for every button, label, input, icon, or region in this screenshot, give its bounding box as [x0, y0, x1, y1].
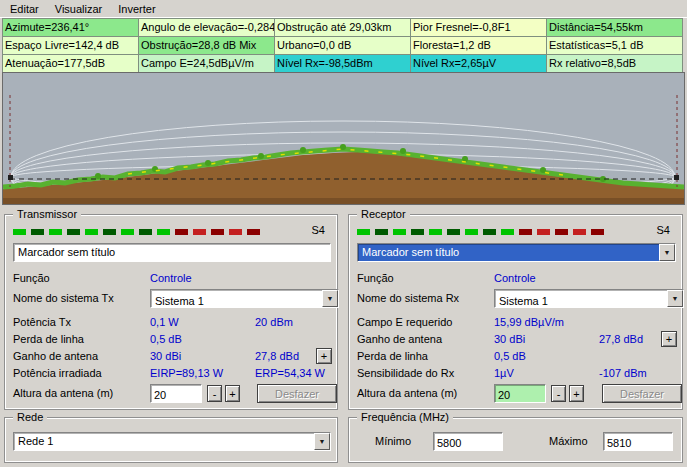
tx-meter-s-unit: S4	[312, 224, 325, 236]
meter-segment	[429, 229, 442, 235]
terrain-shadow	[3, 198, 684, 204]
meter-segment	[211, 229, 224, 235]
stat-nivel-rx-uv: Nível Rx=2,65µV	[411, 55, 547, 73]
receiver-group: Receptor S4 Marcador sem título ▼ Função…	[348, 214, 683, 410]
link-stats-table: Azimute=236,41° Angulo de elevação=-0,28…	[2, 18, 683, 73]
meter-segment	[357, 229, 370, 235]
rx-sistema-value[interactable]: Sistema 1	[494, 289, 684, 308]
rx-ganho-label: Ganho de antena	[357, 330, 442, 348]
tx-antenna-height-input[interactable]	[150, 384, 202, 403]
rx-sistema-combobox[interactable]: Sistema 1 ▼	[494, 289, 684, 308]
meter-segment	[537, 229, 550, 235]
rx-marker-combobox[interactable]: Marcador sem título ▼	[357, 243, 676, 262]
rx-marker-value[interactable]: Marcador sem título	[357, 243, 676, 262]
meter-segment	[193, 229, 206, 235]
meter-segment	[175, 229, 188, 235]
frequency-max-input[interactable]	[603, 432, 673, 451]
rx-perda-label: Perda de linha	[357, 347, 428, 365]
meter-segment	[31, 229, 44, 235]
tx-ganho-dbi: 30 dBi	[150, 347, 181, 365]
tx-undo-button[interactable]: Desfazer	[257, 384, 337, 403]
rx-sens-uv: 1µV	[494, 364, 514, 382]
tx-funcao-label: Função	[13, 269, 50, 287]
stat-espaco-livre: Espaço Livre=142,4 dB	[3, 37, 139, 55]
network-group: Rede Rede 1 ▼	[4, 417, 338, 463]
tx-funcao-value: Controle	[150, 269, 192, 287]
transmitter-group: Transmissor S4 Marcador sem título Funçã…	[4, 214, 338, 410]
meter-segment	[85, 229, 98, 235]
network-combobox[interactable]: Rede 1 ▼	[13, 432, 331, 451]
tx-ganho-plus-button[interactable]: +	[316, 348, 332, 364]
stat-obstrucao-ate: Obstrução até 29,03km	[275, 19, 411, 37]
tx-height-decrement-button[interactable]: -	[207, 385, 222, 402]
stat-floresta: Floresta=1,2 dB	[411, 37, 547, 55]
stat-angulo-elevacao: Angulo de elevação=-0,284°	[139, 19, 275, 37]
menu-editar[interactable]: Editar	[2, 1, 47, 17]
menu-inverter[interactable]: Inverter	[110, 1, 163, 17]
rx-campo-value: 15,99 dBµV/m	[494, 313, 564, 331]
tx-potencia-dbm: 20 dBm	[255, 313, 293, 331]
rx-height-increment-button[interactable]: +	[569, 385, 584, 402]
tx-ganho-dbd: 27,8 dBd	[255, 347, 299, 365]
rx-height-decrement-button[interactable]: -	[551, 385, 566, 402]
transmitter-group-title: Transmissor	[13, 207, 81, 221]
chevron-down-icon[interactable]: ▼	[667, 290, 683, 307]
stat-estatisticas: Estatísticas=5,1 dB	[547, 37, 683, 55]
stat-nivel-rx-dbm: Nível Rx=-98,5dBm	[275, 55, 411, 73]
meter-segment	[229, 229, 242, 235]
network-value[interactable]: Rede 1	[13, 432, 331, 451]
rx-undo-button[interactable]: Desfazer	[602, 384, 682, 403]
menu-visualizar[interactable]: Visualizar	[47, 1, 111, 17]
meter-segment	[121, 229, 134, 235]
meter-segment	[555, 229, 568, 235]
chevron-down-icon[interactable]: ▼	[314, 433, 330, 450]
rx-ganho-plus-button[interactable]: +	[661, 331, 677, 347]
tx-antenna-marker	[8, 175, 13, 180]
frequency-group-title: Frequência (MHz)	[357, 410, 453, 424]
tx-irradiada-erp: ERP=54,34 W	[255, 364, 325, 382]
tx-sistema-combobox[interactable]: Sistema 1 ▼	[150, 289, 339, 308]
meter-segment	[483, 229, 496, 235]
stat-atenuacao: Atenuação=177,5dB	[3, 55, 139, 73]
tx-potencia-watts: 0,1 W	[150, 313, 179, 331]
stat-obstrucao: Obstrução=28,8 dB Mix	[139, 37, 275, 55]
radio-link-window: { "menu": { "items": ["Editar", "Visuali…	[0, 0, 687, 467]
tx-irradiada-eirp: EIRP=89,13 W	[150, 364, 223, 382]
menu-bar: Editar Visualizar Inverter	[0, 0, 687, 18]
tx-height-increment-button[interactable]: +	[225, 385, 240, 402]
meter-segment	[49, 229, 62, 235]
rx-antenna-height-input[interactable]	[494, 384, 546, 403]
meter-segment	[103, 229, 116, 235]
stat-rx-relativo: Rx relativo=8,5dB	[547, 55, 683, 73]
rx-signal-meter: S4	[357, 227, 674, 237]
rx-funcao-label: Função	[357, 269, 394, 287]
tx-sistema-label: Nome do sistema Tx	[13, 289, 114, 307]
tx-perda-label: Perda de linha	[13, 330, 84, 348]
rx-altura-label: Altura da antena (m)	[357, 384, 457, 402]
receiver-group-title: Receptor	[357, 207, 410, 221]
meter-segment	[591, 229, 604, 235]
tx-marker-value[interactable]: Marcador sem título	[13, 243, 331, 262]
rx-funcao-value: Controle	[494, 269, 536, 287]
tx-perda-value: 0,5 dB	[150, 330, 182, 348]
rx-ganho-dbi: 30 dBi	[494, 330, 525, 348]
meter-segment	[67, 229, 80, 235]
tx-marker-combobox[interactable]: Marcador sem título	[13, 243, 331, 262]
meter-segment	[157, 229, 170, 235]
chevron-down-icon[interactable]: ▼	[659, 244, 675, 261]
frequency-min-input[interactable]	[433, 432, 503, 451]
rx-sens-dbm: -107 dBm	[599, 364, 647, 382]
meter-segment	[13, 229, 26, 235]
tx-sistema-value[interactable]: Sistema 1	[150, 289, 339, 308]
stat-pior-fresnel: Pior Fresnel=-0,8F1	[411, 19, 547, 37]
network-group-title: Rede	[13, 410, 47, 424]
stat-campo-e: Campo E=24,5dBµV/m	[139, 55, 275, 73]
meter-segment	[375, 229, 388, 235]
chevron-down-icon[interactable]: ▼	[322, 290, 338, 307]
meter-segment	[501, 229, 514, 235]
stat-urbano: Urbano=0,0 dB	[275, 37, 411, 55]
meter-segment	[411, 229, 424, 235]
tx-potencia-label: Potência Tx	[13, 313, 71, 331]
rx-meter-strip	[357, 229, 604, 235]
meter-segment	[573, 229, 586, 235]
